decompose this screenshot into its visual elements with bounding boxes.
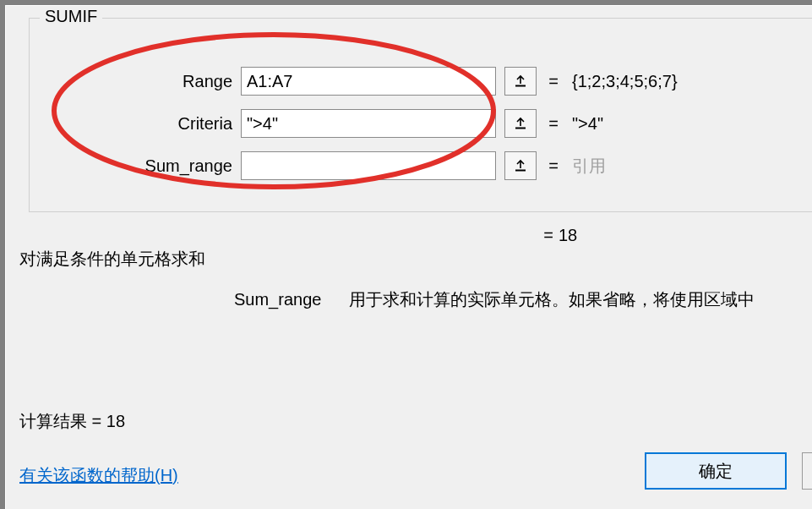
arguments-group: SUMIF Range = {1;2;3;4;5;6;7} bbox=[29, 18, 812, 212]
range-selector-icon bbox=[513, 116, 528, 131]
arg-row-range: Range = {1;2;3;4;5;6;7} bbox=[30, 65, 812, 97]
partial-button-edge bbox=[802, 452, 812, 490]
range-selector-icon bbox=[513, 74, 528, 89]
arg-preview-range: {1;2;3;4;5;6;7} bbox=[570, 72, 812, 91]
function-name-label: SUMIF bbox=[40, 7, 102, 26]
argument-help-text: Sum_range 用于求和计算的实际单元格。如果省略，将使用区域中 bbox=[234, 288, 812, 311]
equals-label: = bbox=[537, 114, 570, 134]
arg-preview-sum-range: 引用 bbox=[570, 155, 812, 178]
formula-result-row: = 18 bbox=[538, 222, 812, 248]
equals-label: = bbox=[538, 226, 559, 245]
calc-result-value: 18 bbox=[106, 412, 125, 430]
arg-input-range[interactable] bbox=[241, 67, 496, 96]
calc-result-label: 计算结果 = bbox=[19, 412, 106, 430]
equals-label: = bbox=[537, 72, 570, 91]
arg-preview-criteria: ">4" bbox=[570, 114, 812, 134]
ok-button[interactable]: 确定 bbox=[645, 452, 787, 490]
svg-rect-0 bbox=[515, 85, 526, 87]
collapse-dialog-button-criteria[interactable] bbox=[504, 109, 537, 138]
svg-rect-2 bbox=[515, 170, 526, 172]
equals-label: = bbox=[537, 156, 570, 176]
function-arguments-dialog: SUMIF Range = {1;2;3;4;5;6;7} bbox=[5, 5, 812, 509]
arg-row-criteria: Criteria = ">4" bbox=[30, 107, 812, 140]
collapse-dialog-button-sum-range[interactable] bbox=[504, 151, 537, 180]
arg-input-criteria[interactable] bbox=[241, 109, 496, 138]
arg-input-sum-range[interactable] bbox=[241, 151, 496, 180]
range-selector-icon bbox=[513, 158, 528, 173]
arg-label-sum-range: Sum_range bbox=[30, 156, 241, 176]
argument-help-name: Sum_range bbox=[234, 290, 344, 309]
help-link[interactable]: 有关该函数的帮助(H) bbox=[19, 464, 178, 487]
arg-row-sum-range: Sum_range = 引用 bbox=[30, 150, 812, 182]
calculation-result: 计算结果 = 18 bbox=[19, 410, 125, 433]
formula-result-value: 18 bbox=[559, 226, 577, 245]
svg-rect-1 bbox=[515, 128, 526, 129]
arg-label-range: Range bbox=[30, 72, 241, 91]
collapse-dialog-button-range[interactable] bbox=[504, 67, 537, 96]
function-description: 对满足条件的单元格求和 bbox=[19, 248, 205, 271]
argument-help-body: 用于求和计算的实际单元格。如果省略，将使用区域中 bbox=[349, 290, 755, 309]
arg-label-criteria: Criteria bbox=[30, 114, 241, 134]
